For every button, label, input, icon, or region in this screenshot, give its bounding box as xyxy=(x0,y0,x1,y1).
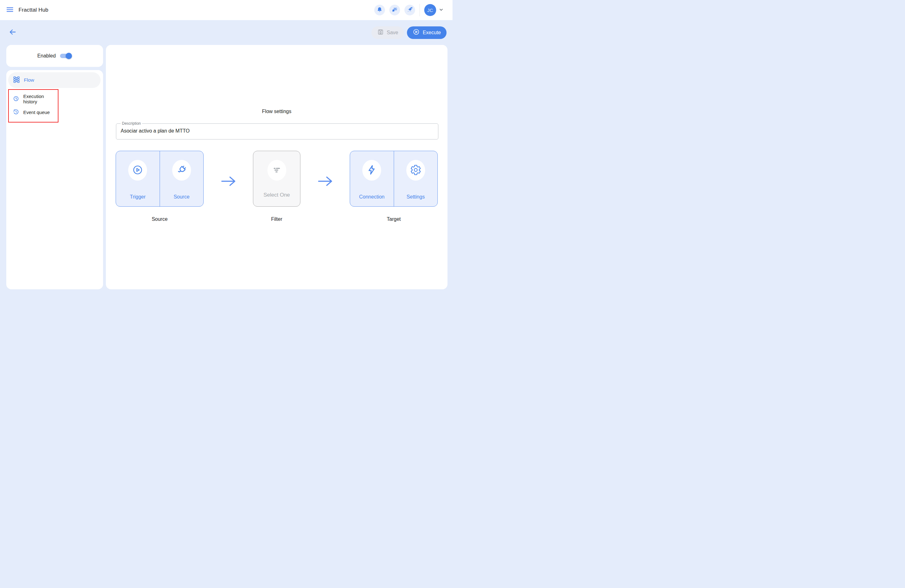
back-button[interactable] xyxy=(6,26,19,39)
save-floppy-icon xyxy=(377,29,384,37)
sidebar-nav-card: Flow Execution history xyxy=(6,70,103,289)
arrow-right-icon xyxy=(317,175,333,189)
filter-lines-icon xyxy=(271,164,283,176)
ai-chat-button[interactable] xyxy=(389,5,400,15)
spacer xyxy=(204,216,253,222)
bell-icon xyxy=(376,6,383,14)
plug-icon xyxy=(176,164,187,176)
flow-settings-card: Flow settings Description xyxy=(106,45,448,289)
source-connector-button[interactable]: Source xyxy=(160,151,204,206)
filter-placeholder: Select One xyxy=(264,192,290,198)
sidebar-item-event-queue[interactable]: Event queue xyxy=(11,106,58,119)
fracttal-hub-page: Fracttal Hub xyxy=(0,0,452,294)
profile-menu-button[interactable]: JC xyxy=(424,4,444,16)
ai-chat-icon xyxy=(392,6,398,14)
red-annotation-rectangle: Execution history Event queue xyxy=(8,89,59,122)
execute-button[interactable]: Execute xyxy=(407,26,446,39)
gear-icon xyxy=(410,164,421,176)
content-area: Enabled xyxy=(0,45,452,294)
sidebar-item-label: Flow xyxy=(24,77,34,83)
chevron-down-icon xyxy=(439,7,444,13)
history-clock-icon xyxy=(13,109,19,116)
trigger-label: Trigger xyxy=(130,194,146,200)
target-group-label: Target xyxy=(350,216,438,222)
source-node-card: Trigger xyxy=(116,151,204,207)
source-group-label: Source xyxy=(116,216,204,222)
play-circle-icon xyxy=(132,164,143,176)
sidebar-item-flow[interactable]: Flow xyxy=(8,72,100,88)
flow-toolbar: Save Execute xyxy=(0,20,452,45)
icon-halo xyxy=(267,160,286,181)
description-input[interactable] xyxy=(121,126,434,134)
icon-halo xyxy=(128,160,147,181)
settings-button[interactable]: Settings xyxy=(394,151,438,206)
save-button[interactable]: Save xyxy=(372,26,404,39)
sidebar: Enabled xyxy=(6,45,103,289)
description-field-label: Description xyxy=(121,121,142,126)
flow-diagram-row: Trigger xyxy=(106,151,448,207)
arrow-right-icon xyxy=(220,175,237,189)
toolbar-actions: Save Execute xyxy=(372,26,446,39)
flow-group-labels: Source Filter Target xyxy=(106,216,448,222)
target-node-card: Connection Settings xyxy=(350,151,438,207)
rocket-button[interactable] xyxy=(405,5,415,15)
hamburger-menu-icon xyxy=(6,6,14,14)
icon-halo xyxy=(172,160,191,181)
header-actions: JC xyxy=(370,4,444,16)
spacer xyxy=(300,216,350,222)
clock-icon xyxy=(13,95,19,103)
connection-button[interactable]: Connection xyxy=(350,151,394,206)
menu-button[interactable] xyxy=(6,6,14,14)
page-title: Fracttal Hub xyxy=(19,7,48,13)
bolt-icon xyxy=(366,164,377,176)
trigger-button[interactable]: Trigger xyxy=(116,151,160,206)
avatar: JC xyxy=(424,4,436,16)
flow-icon xyxy=(13,76,20,84)
app-header: Fracttal Hub xyxy=(0,0,452,20)
back-arrow-icon xyxy=(8,28,17,37)
sidebar-item-execution-history[interactable]: Execution history xyxy=(11,92,58,106)
notifications-button[interactable] xyxy=(374,5,385,15)
enabled-card: Enabled xyxy=(6,45,103,67)
toggle-thumb xyxy=(66,53,72,59)
enabled-label: Enabled xyxy=(37,53,56,59)
description-field: Description xyxy=(116,121,438,139)
settings-label: Settings xyxy=(406,194,425,200)
play-circle-icon xyxy=(413,28,420,37)
header-divider xyxy=(419,4,420,16)
filter-node-cell: Select One xyxy=(253,151,300,207)
source-label: Source xyxy=(173,194,189,200)
sidebar-item-label: Event queue xyxy=(23,109,50,115)
rocket-icon xyxy=(406,6,413,14)
icon-halo xyxy=(406,160,425,181)
execute-button-label: Execute xyxy=(422,30,441,35)
filter-select-button[interactable]: Select One xyxy=(253,151,300,207)
enabled-toggle[interactable] xyxy=(60,53,72,59)
icon-halo xyxy=(362,160,381,181)
sidebar-item-label: Execution history xyxy=(23,94,56,104)
arrow-cell xyxy=(300,151,350,207)
connection-label: Connection xyxy=(359,194,384,200)
filter-group-label: Filter xyxy=(253,216,300,222)
save-button-label: Save xyxy=(387,30,398,35)
flow-settings-heading: Flow settings xyxy=(106,45,448,114)
arrow-cell xyxy=(204,151,253,207)
